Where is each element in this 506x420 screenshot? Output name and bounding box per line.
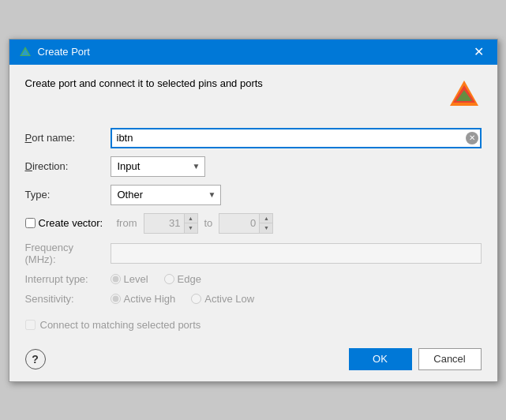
form-grid: PPort name:ort name: ✕ Direction: Input … [25, 128, 482, 305]
to-label: to [204, 217, 213, 229]
from-spin-down[interactable]: ▼ [185, 223, 197, 233]
sensitivity-radio-group: Active High Active Low [111, 293, 255, 305]
type-label: Type: [25, 189, 104, 201]
connect-ports-checkbox [25, 320, 36, 330]
frequency-input [111, 243, 482, 264]
clear-input-icon[interactable]: ✕ [466, 132, 478, 144]
footer-buttons: OK Cancel [349, 348, 482, 370]
type-select[interactable]: Other Clock Reset Data [111, 185, 221, 205]
create-vector-row: Create vector: from ▲ ▼ to ▲ ▼ [25, 213, 482, 234]
type-select-wrapper: Other Clock Reset Data ▼ [111, 185, 221, 205]
direction-select-wrapper: Input Output Bidirectional ▼ [111, 156, 205, 177]
interrupt-row: Interrupt type: Level Edge [25, 273, 482, 285]
description-row: Create port and connect it to selected p… [25, 77, 482, 112]
direction-row: Direction: Input Output Bidirectional ▼ [25, 156, 482, 177]
port-name-label: PPort name:ort name: [25, 132, 104, 144]
dialog-description: Create port and connect it to selected p… [25, 77, 263, 89]
from-value-input[interactable] [144, 214, 184, 233]
create-vector-checkbox[interactable] [25, 218, 36, 228]
to-spin-down[interactable]: ▼ [260, 223, 272, 233]
sensitivity-row: Sensitivity: Active High Active Low [25, 293, 482, 305]
cancel-button[interactable]: Cancel [418, 348, 482, 370]
sensitivity-active-high-radio [111, 294, 121, 304]
interrupt-level-radio [111, 274, 121, 284]
port-name-input[interactable] [111, 128, 482, 148]
frequency-label: Frequency (MHz): [25, 242, 104, 265]
port-name-row: PPort name:ort name: ✕ [25, 128, 482, 148]
sensitivity-active-low-option: Active Low [191, 293, 254, 305]
to-spinbox: ▲ ▼ [219, 213, 273, 234]
connect-ports-label: Connect to matching selected ports [40, 319, 201, 331]
from-label: from [117, 217, 137, 229]
port-name-input-wrapper: ✕ [111, 128, 482, 148]
to-value-input[interactable] [219, 214, 259, 233]
app-icon [19, 46, 32, 58]
create-vector-checkbox-wrapper: Create vector: [25, 217, 111, 229]
direction-select[interactable]: Input Output Bidirectional [111, 156, 205, 177]
sensitivity-label: Sensitivity: [25, 293, 104, 305]
interrupt-edge-option: Edge [164, 273, 201, 285]
dialog-body: Create port and connect it to selected p… [9, 65, 497, 340]
interrupt-edge-radio [164, 274, 174, 284]
interrupt-edge-label: Edge [178, 273, 201, 285]
app-logo [447, 77, 482, 112]
frequency-row: Frequency (MHz): [25, 242, 482, 265]
sensitivity-active-low-radio [191, 294, 201, 304]
interrupt-level-option: Level [111, 273, 148, 285]
help-button[interactable]: ? [25, 349, 46, 369]
connect-ports-row: Connect to matching selected ports [25, 319, 482, 331]
close-button[interactable]: ✕ [470, 43, 488, 61]
dialog-title: Create Port [38, 46, 90, 58]
from-spinbox: ▲ ▼ [144, 213, 198, 234]
from-spin-up[interactable]: ▲ [185, 214, 197, 223]
ok-button[interactable]: OK [349, 348, 412, 370]
sensitivity-active-high-label: Active High [124, 293, 176, 305]
interrupt-level-label: Level [124, 273, 148, 285]
direction-label: Direction: [25, 160, 104, 172]
create-vector-label: Create vector: [39, 217, 103, 229]
sensitivity-active-high-option: Active High [111, 293, 176, 305]
title-bar: Create Port ✕ [9, 39, 497, 65]
to-spin-up[interactable]: ▲ [260, 214, 272, 223]
interrupt-radio-group: Level Edge [111, 273, 201, 285]
sensitivity-active-low-label: Active Low [204, 293, 254, 305]
create-port-dialog: Create Port ✕ Create port and connect it… [9, 39, 498, 382]
type-row: Type: Other Clock Reset Data ▼ [25, 185, 482, 205]
interrupt-label: Interrupt type: [25, 273, 104, 285]
dialog-footer: ? OK Cancel [9, 340, 497, 381]
